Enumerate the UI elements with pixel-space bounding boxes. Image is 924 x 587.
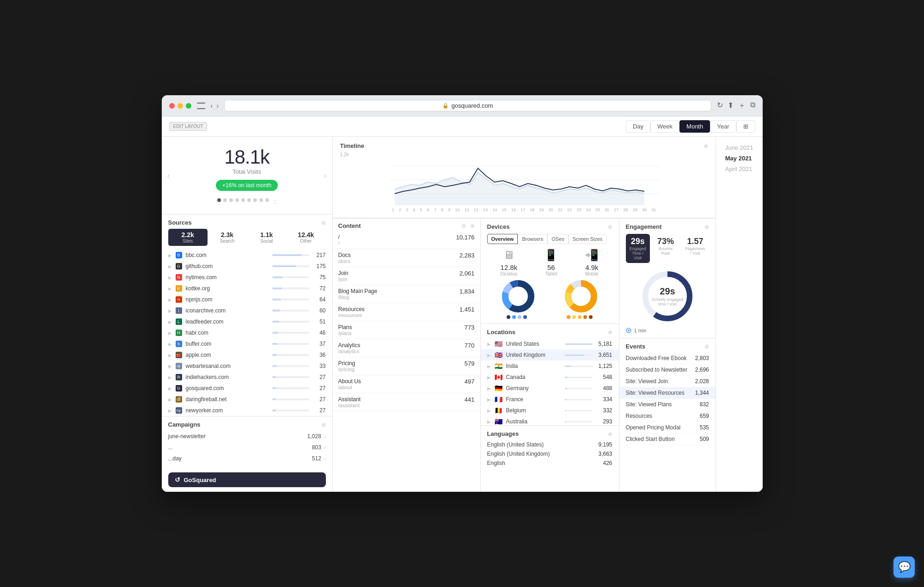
calendar-icon-button[interactable]: ⊞ — [736, 120, 755, 133]
tab-browsers[interactable]: Browsers — [518, 234, 547, 244]
list-item[interactable]: Resources 659 — [619, 410, 716, 422]
gosquared-label: GoSquared — [184, 477, 216, 483]
hero-next-button[interactable]: › — [324, 171, 327, 180]
timeline-settings-icon[interactable]: ⊕ — [704, 143, 708, 149]
legend-dot — [567, 315, 570, 319]
date-june[interactable]: June 2021 — [725, 143, 753, 152]
engaged-time-stat[interactable]: 29s Engaged Time / Visit — [626, 234, 650, 263]
list-item[interactable]: ▶ 🇮🇳 India 1,125 — [481, 361, 619, 372]
list-item[interactable]: English (United Kingdom) 3,663 — [481, 449, 619, 459]
list-item[interactable]: ▶ ny newyorker.com 27 — [162, 405, 332, 416]
list-item[interactable]: ▶ b buffer.com 37 — [162, 338, 332, 349]
tab-overview[interactable]: Overview — [487, 234, 518, 244]
date-april[interactable]: April 2021 — [725, 165, 753, 173]
bounce-rate-stat[interactable]: 73% Bounce Rate — [654, 234, 678, 263]
list-item[interactable]: june-newsletter 1,028 › — [162, 431, 332, 442]
list-item[interactable]: ▶ 🇬🇧 United Kingdom 3,651 — [481, 349, 619, 361]
list-item[interactable]: ▶ ih indiehackers.com 27 — [162, 372, 332, 383]
list-item[interactable]: ▶ df daringfireball.net 27 — [162, 394, 332, 405]
time-week-button[interactable]: Week — [650, 120, 679, 133]
list-item[interactable]: Opened Pricing Modal 535 — [619, 422, 716, 434]
list-item[interactable]: ...day 512 › — [162, 453, 332, 464]
list-item[interactable]: ▶ B bbc.com 217 — [162, 250, 332, 261]
list-item[interactable]: ... 803 › — [162, 442, 332, 453]
list-item[interactable]: ▶ 🇦🇺 Australia 293 — [481, 416, 619, 426]
list-item[interactable]: Site: Viewed Join 2,028 — [619, 376, 716, 387]
list-item[interactable]: Subscribed to Newsletter 2,696 — [619, 364, 716, 376]
list-item[interactable]: Resources /resources 1,451 — [333, 303, 480, 321]
list-item[interactable]: ▶ i iconarchive.com 60 — [162, 305, 332, 316]
events-settings-icon[interactable]: ⊕ — [704, 343, 709, 350]
list-item[interactable]: Clicked Start Button 509 — [619, 434, 716, 445]
new-tab-icon[interactable]: ＋ — [738, 101, 746, 110]
hero-prev-button[interactable]: ‹ — [167, 171, 170, 180]
forward-icon[interactable]: › — [216, 102, 219, 110]
list-item[interactable]: / / 10,176 — [333, 231, 480, 249]
campaigns-section: Campaigns ⊕ june-newsletter 1,028 › ... — [162, 416, 332, 468]
legend-dot — [523, 315, 527, 319]
list-item[interactable]: ▶ 🇩🇪 Germany 488 — [481, 383, 619, 394]
list-item[interactable]: English 426 — [481, 459, 619, 468]
list-item[interactable]: ▶ K kottke.org 72 — [162, 283, 332, 294]
list-item[interactable]: Docs /docs 2,283 — [333, 249, 480, 267]
languages-settings-icon[interactable]: ⊕ — [608, 431, 612, 437]
sidebar-toggle[interactable] — [197, 103, 205, 109]
list-item[interactable]: ▶ w webartesanal.com 33 — [162, 361, 332, 372]
sources-tab-search[interactable]: 2.3k Search — [208, 229, 247, 246]
list-item[interactable]: Pricing /pricing 579 — [333, 357, 480, 375]
maximize-button[interactable] — [186, 103, 191, 109]
list-item[interactable]: ▶ 🇫🇷 France 334 — [481, 394, 619, 405]
list-item[interactable]: Blog Main Page /blog 1,834 — [333, 285, 480, 303]
sources-settings-icon[interactable]: ⊕ — [321, 220, 326, 226]
content-gear-icon[interactable]: ⚙ — [461, 223, 466, 229]
list-item[interactable]: ▶ 🇨🇦 Canada 548 — [481, 372, 619, 383]
list-item[interactable]: Join /join 2,061 — [333, 267, 480, 285]
list-item[interactable]: ▶ 🍎 apple.com 36 — [162, 349, 332, 361]
url-bar[interactable]: 🔒 gosquared.com — [224, 100, 711, 111]
share-icon[interactable]: ⬆ — [728, 101, 734, 110]
list-item[interactable]: ▶ n npmjs.com 64 — [162, 294, 332, 305]
devices-settings-icon[interactable]: ⊕ — [608, 224, 612, 230]
minimize-button[interactable] — [177, 103, 183, 109]
list-item[interactable]: Site: Viewed Resources 1,344 — [619, 387, 716, 399]
time-year-button[interactable]: Year — [710, 120, 736, 133]
time-month-button[interactable]: Month — [679, 120, 710, 133]
desktop-donut — [502, 280, 534, 312]
list-item[interactable]: ▶ 🇧🇪 Belgium 332 — [481, 405, 619, 416]
hero-dot — [241, 198, 245, 202]
refresh-icon[interactable]: ↻ — [717, 101, 723, 110]
gosquared-logo[interactable]: ↺ GoSquared — [168, 472, 326, 487]
list-item[interactable]: ▶ 🇺🇸 United States 5,181 — [481, 338, 619, 349]
campaigns-settings-icon[interactable]: ⊕ — [321, 422, 326, 428]
gosquared-branding: ↺ GoSquared — [162, 468, 332, 492]
list-item[interactable]: Plans /plans 773 — [333, 321, 480, 339]
list-item[interactable]: ▶ H habr.com 46 — [162, 327, 332, 338]
list-item[interactable]: English (United States) 9,195 — [481, 440, 619, 449]
tab-oses[interactable]: OSes — [547, 234, 569, 244]
pageviews-stat[interactable]: 1.57 Pageviews / Visit — [681, 234, 709, 263]
list-item[interactable]: ▶ L leadfeeder.com 51 — [162, 316, 332, 327]
list-item[interactable]: Analytics /analytics 770 — [333, 339, 480, 357]
list-item[interactable]: ▶ G github.com 175 — [162, 261, 332, 272]
back-icon[interactable]: ‹ — [211, 102, 213, 110]
sources-tab-other[interactable]: 12.4k Other — [286, 229, 325, 246]
date-may[interactable]: May 2021 — [725, 154, 753, 163]
favicon: w — [176, 363, 182, 369]
sources-tab-sites[interactable]: 2.2k Sites — [168, 229, 208, 246]
engagement-settings-icon[interactable]: ⊕ — [704, 224, 709, 230]
list-item[interactable]: Assistant /assistant 441 — [333, 393, 480, 411]
locations-settings-icon[interactable]: ⊕ — [608, 329, 612, 336]
close-button[interactable] — [169, 103, 175, 109]
list-item[interactable]: Site: Viewed Plans 832 — [619, 399, 716, 410]
content-settings-icon[interactable]: ⊕ — [470, 223, 475, 229]
tab-screen-sizes[interactable]: Screen Sizes — [569, 234, 607, 244]
browser-back-forward[interactable]: ‹ › — [211, 102, 219, 110]
sources-tab-social[interactable]: 1.1k Social — [247, 229, 286, 246]
list-item[interactable]: ▶ N nytimes.com 75 — [162, 272, 332, 283]
list-item[interactable]: ▶ G gosquared.com 27 — [162, 383, 332, 394]
list-item[interactable]: About Us /about 497 — [333, 375, 480, 393]
list-item[interactable]: Downloaded Free Ebook 2,803 — [619, 353, 716, 364]
time-day-button[interactable]: Day — [626, 120, 650, 133]
tabs-icon[interactable]: ⧉ — [750, 101, 755, 110]
edit-layout-button[interactable]: EDIT LAYOUT — [169, 122, 208, 131]
